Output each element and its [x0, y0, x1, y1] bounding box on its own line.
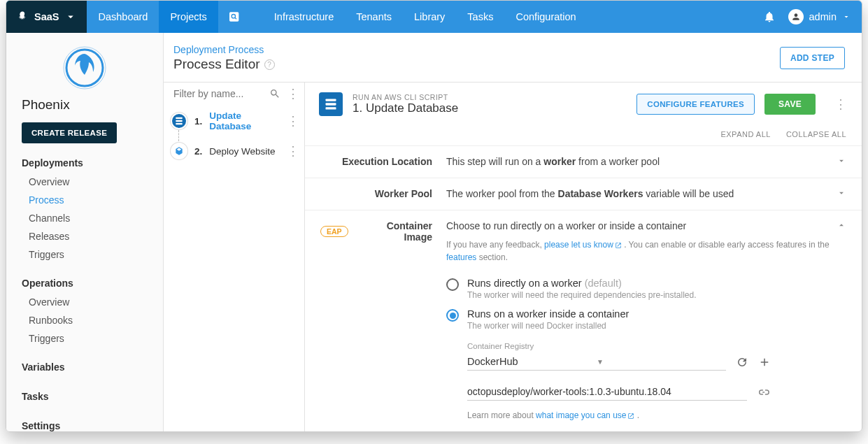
sidebar-group-tasks[interactable]: Tasks — [6, 391, 163, 406]
user-menu[interactable]: admin — [788, 9, 851, 24]
help-icon[interactable]: ? — [264, 59, 275, 70]
configure-features-button[interactable]: CONFIGURE FEATURES — [636, 94, 755, 115]
svg-rect-9 — [326, 103, 336, 105]
sidebar-operations: Operations Overview Runbooks Triggers — [6, 264, 163, 348]
chevron-down-icon — [64, 10, 77, 23]
deploy-step-icon — [171, 143, 187, 159]
chevron-down-icon — [842, 13, 851, 21]
sidebar-item-runbooks[interactable]: Runbooks — [6, 311, 163, 329]
sidebar-item-triggers[interactable]: Triggers — [6, 245, 163, 264]
step-title: 1. Update Database — [353, 101, 458, 115]
nav-dashboard[interactable]: Dashboard — [87, 1, 159, 33]
step-editor-menu[interactable]: ⋮ — [832, 99, 848, 109]
step-2-menu[interactable]: ⋮ — [285, 146, 300, 156]
container-image-input[interactable] — [467, 383, 747, 401]
nav-configuration[interactable]: Configuration — [504, 1, 587, 33]
step-update-database[interactable]: 1. Update Database ⋮ — [164, 105, 304, 137]
sidebar-item-ops-triggers[interactable]: Triggers — [6, 329, 163, 348]
container-image-row: EAP Container Image Choose to run direct… — [305, 210, 862, 430]
learn-more-link[interactable]: what image you can use — [536, 410, 634, 420]
chevron-up-icon[interactable] — [837, 220, 846, 230]
filter-input[interactable] — [173, 88, 257, 99]
sidebar-item-process[interactable]: Process — [6, 191, 163, 209]
container-image-note: If you have any feedback, please let us … — [446, 238, 830, 264]
bind-variable-icon[interactable] — [757, 386, 769, 399]
top-nav: SaaS Dashboard Projects Infrastructure T… — [6, 1, 862, 33]
page-title: Process Editor — [173, 57, 260, 72]
sidebar-variables: Variables — [6, 348, 163, 377]
sidebar-item-channels[interactable]: Channels — [6, 209, 163, 227]
svg-rect-7 — [176, 123, 182, 124]
worker-pool-row[interactable]: Worker Pool The worker pool from the Dat… — [305, 178, 862, 210]
learn-more: Learn more about what image you can use … — [467, 410, 830, 420]
container-registry-label: Container Registry — [467, 342, 830, 350]
svg-rect-6 — [176, 120, 182, 122]
svg-rect-10 — [326, 107, 336, 109]
nav-tenants[interactable]: Tenants — [345, 1, 403, 33]
dropdown-icon: ▼ — [597, 358, 726, 366]
sidebar-group-variables[interactable]: Variables — [6, 361, 163, 377]
step-1-menu[interactable]: ⋮ — [286, 116, 300, 126]
svg-rect-0 — [229, 12, 239, 21]
save-button[interactable]: SAVE — [764, 94, 816, 115]
container-image-desc: Choose to run directly on a worker or in… — [446, 220, 830, 231]
chevron-down-icon — [837, 188, 846, 198]
sidebar-group-operations[interactable]: Operations — [6, 278, 163, 293]
refresh-icon[interactable] — [736, 356, 748, 368]
aws-step-icon — [171, 113, 187, 129]
nav-library[interactable]: Library — [403, 1, 456, 33]
radio-inside-container[interactable]: Runs on a worker inside a container The … — [446, 304, 830, 335]
container-registry-select[interactable]: DockerHub ▼ — [467, 353, 726, 371]
project-name: Phoenix — [6, 97, 163, 122]
sidebar-group-settings[interactable]: Settings — [6, 420, 163, 432]
step-editor: RUN AN AWS CLI SCRIPT 1. Update Database… — [305, 83, 862, 431]
chevron-down-icon — [837, 156, 846, 166]
user-label: admin — [809, 11, 837, 22]
nav-search[interactable] — [218, 1, 255, 33]
expand-all[interactable]: EXPAND ALL — [720, 130, 770, 138]
octopus-icon — [16, 10, 29, 23]
collapse-all[interactable]: COLLAPSE ALL — [786, 130, 846, 138]
nav-infrastructure[interactable]: Infrastructure — [263, 1, 345, 33]
features-link[interactable]: features — [446, 252, 476, 262]
sidebar-item-overview[interactable]: Overview — [6, 173, 163, 191]
project-logo — [62, 45, 107, 90]
page-header: Deployment Process Process Editor ? ADD … — [164, 33, 862, 83]
sidebar: Phoenix CREATE RELEASE Deployments Overv… — [6, 33, 164, 431]
svg-rect-8 — [326, 99, 336, 101]
breadcrumb[interactable]: Deployment Process — [173, 44, 264, 55]
search-icon[interactable] — [269, 88, 280, 99]
nav-tasks[interactable]: Tasks — [456, 1, 504, 33]
sidebar-item-ops-overview[interactable]: Overview — [6, 293, 163, 311]
eap-badge: EAP — [320, 226, 348, 237]
brand-menu[interactable]: SaaS — [6, 1, 87, 33]
external-link-icon — [615, 242, 622, 249]
radio-icon — [446, 278, 459, 291]
add-step-button[interactable]: ADD STEP — [780, 47, 845, 69]
external-link-icon — [627, 413, 634, 420]
sidebar-group-deployments[interactable]: Deployments — [6, 157, 163, 173]
step-deploy-website[interactable]: 2. Deploy Website ⋮ — [164, 137, 304, 165]
avatar-icon — [788, 9, 804, 24]
search-page-icon — [229, 11, 243, 22]
feedback-link[interactable]: please let us know — [544, 240, 622, 250]
create-release-button[interactable]: CREATE RELEASE — [22, 122, 117, 143]
svg-rect-5 — [176, 117, 182, 119]
step-list-menu[interactable]: ⋮ — [285, 89, 300, 99]
sidebar-item-releases[interactable]: Releases — [6, 227, 163, 245]
radio-directly-on-worker[interactable]: Runs directly on a worker (default) The … — [446, 273, 830, 304]
sidebar-settings: Settings — [6, 406, 163, 432]
notifications-icon[interactable] — [763, 10, 776, 23]
add-icon[interactable] — [758, 356, 771, 368]
radio-icon — [446, 309, 459, 322]
step-kicker: RUN AN AWS CLI SCRIPT — [353, 93, 458, 101]
nav-projects[interactable]: Projects — [159, 1, 218, 33]
step-list: ⋮ 1. Update Database ⋮ 2. Deploy Website… — [164, 83, 305, 431]
execution-location-row[interactable]: Execution Location This step will run on… — [305, 145, 862, 178]
sidebar-tasks: Tasks — [6, 377, 163, 406]
aws-cli-icon — [319, 92, 343, 116]
brand-label: SaaS — [34, 11, 59, 22]
sidebar-deployments: Deployments Overview Process Channels Re… — [6, 143, 163, 264]
